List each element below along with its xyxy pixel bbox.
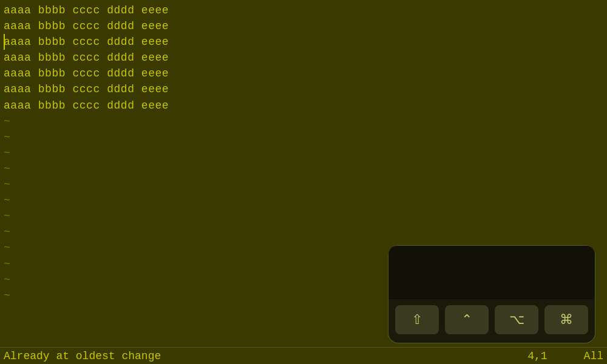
editor-line: aaaa bbbb cccc dddd eeee	[4, 98, 603, 113]
keyboard-display-area	[388, 246, 595, 299]
keyboard-modifier-buttons: ⇧⌃⌥⌘	[388, 299, 595, 334]
shift-key[interactable]: ⇧	[395, 305, 439, 334]
tilde-line: ~	[4, 224, 603, 240]
tilde-line: ~	[4, 177, 603, 192]
editor-line: aaaa bbbb cccc dddd eeee	[4, 18, 603, 34]
tilde-line: ~	[4, 113, 603, 129]
editor-line: aaaa bbbb cccc dddd eeee	[4, 66, 603, 81]
tilde-line: ~	[4, 208, 603, 224]
editor-line: aaaa bbbb cccc dddd eeee	[4, 50, 603, 66]
status-bar: Already at oldest change 4,1 All	[0, 347, 607, 364]
alt-key[interactable]: ⌥	[495, 305, 538, 334]
tilde-line: ~	[4, 161, 603, 177]
ctrl-key[interactable]: ⌃	[445, 305, 489, 334]
cmd-key[interactable]: ⌘	[544, 305, 588, 334]
editor-line: aaaa bbbb cccc dddd eeee	[4, 81, 603, 97]
keyboard-overlay: ⇧⌃⌥⌘	[388, 246, 595, 343]
editor-line: aaaa bbbb cccc dddd eeee	[4, 2, 603, 18]
cursor: a	[4, 34, 10, 50]
editor-line: aaaa bbbb cccc dddd eeee	[4, 34, 603, 50]
line-text: aaa bbbb cccc dddd eeee	[10, 36, 169, 48]
status-view: All	[584, 350, 603, 362]
status-position: 4,1	[527, 350, 547, 362]
tilde-line: ~	[4, 192, 603, 208]
tilde-line: ~	[4, 145, 603, 161]
status-message: Already at oldest change	[4, 350, 527, 362]
tilde-line: ~	[4, 129, 603, 145]
